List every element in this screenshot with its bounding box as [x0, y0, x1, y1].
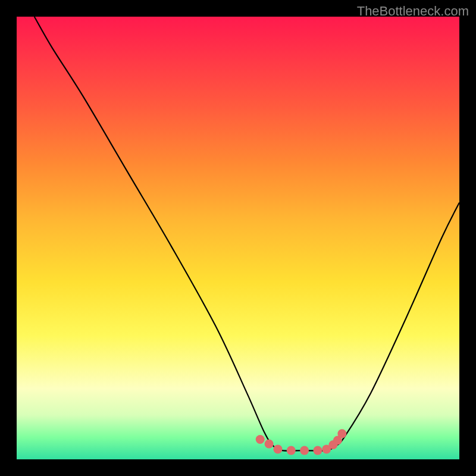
marker-dot: [265, 439, 274, 448]
marker-dot: [313, 446, 322, 455]
optimal-range-markers: [256, 429, 347, 455]
marker-dot: [287, 446, 296, 455]
chart-plot-area: [17, 17, 459, 459]
marker-dot: [273, 444, 282, 453]
bottleneck-curve-path: [35, 17, 459, 451]
marker-dot: [256, 435, 265, 444]
watermark-text: TheBottleneck.com: [357, 4, 469, 19]
marker-dot: [300, 446, 309, 455]
marker-dot: [337, 429, 346, 438]
bottleneck-chart-svg: [17, 17, 459, 459]
